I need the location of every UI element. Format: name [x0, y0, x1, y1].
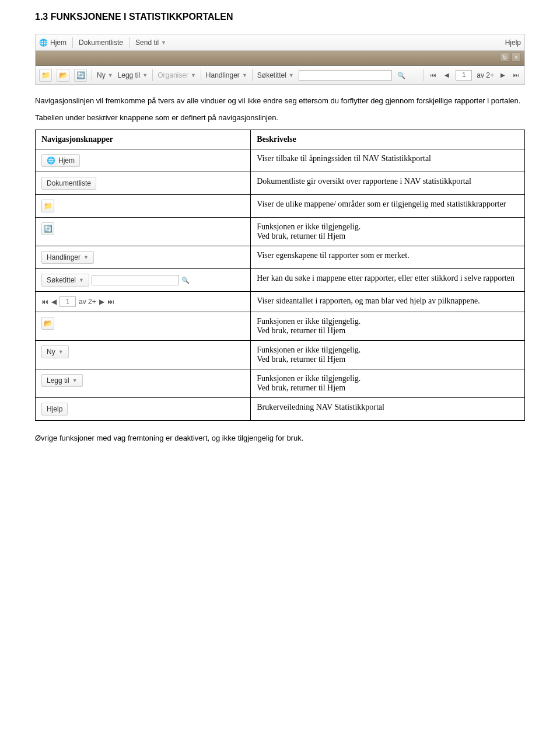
- bottom-soketittel-label: Søketittel: [257, 71, 286, 79]
- chevron-down-icon: ▼: [161, 40, 166, 46]
- nav-buttons-table: Navigasjonsknapper Beskrivelse Hjem Vise…: [35, 130, 525, 421]
- chip-legg-til[interactable]: Legg til ▼: [41, 374, 83, 387]
- folder-yellow-icon[interactable]: [39, 69, 52, 82]
- table-desc: Viser egenskapene til rapporter som er m…: [251, 246, 525, 268]
- bottom-legg-til-label: Legg til: [118, 71, 141, 79]
- bottom-organiser: Organiser ▼: [158, 71, 196, 79]
- top-hjelp-label: Hjelp: [505, 39, 521, 47]
- toolbar-bottom: Ny ▼ Legg til ▼ Organiser ▼ Handlinger ▼…: [36, 66, 524, 85]
- search-icon[interactable]: [397, 71, 406, 80]
- chevron-down-icon: ▼: [83, 254, 89, 260]
- toolbar-top: Hjem Dokumentliste Send til ▼ Hjelp: [36, 34, 524, 51]
- close-mini-icon[interactable]: ×: [512, 53, 521, 62]
- page-first-icon[interactable]: ⏮: [41, 298, 48, 306]
- chevron-down-icon: ▼: [289, 72, 294, 78]
- page-input[interactable]: 1: [60, 296, 76, 307]
- page-last-icon[interactable]: ⏭: [512, 72, 521, 78]
- top-send-til-label: Send til: [135, 39, 159, 47]
- toolbar-middle-bar: ↻ ×: [36, 51, 524, 66]
- page-next-icon[interactable]: ▶: [99, 298, 104, 306]
- page-next-icon[interactable]: ▶: [499, 72, 507, 78]
- chip-dokumentliste-label: Dokumentliste: [47, 179, 91, 187]
- section-heading: 1.3 FUNKSJONENE I STATISTIKKPORTALEN: [35, 12, 525, 22]
- top-send-til[interactable]: Send til ▼: [135, 39, 166, 47]
- chip-hjem[interactable]: Hjem: [41, 154, 80, 167]
- chip-refresh-icon[interactable]: [41, 222, 54, 235]
- bottom-ny-label: Ny: [97, 71, 106, 79]
- chip-ny[interactable]: Ny ▼: [41, 345, 69, 358]
- chip-hjem-label: Hjem: [58, 156, 75, 165]
- table-desc: Funksjonen er ikke tilgjengelig.Ved bruk…: [251, 340, 525, 369]
- chip-soketittel[interactable]: Søketittel ▼: [41, 274, 89, 287]
- chip-folder-blue-icon[interactable]: [41, 317, 54, 330]
- intro-paragraph-1: Navigasjonslinjen vil fremkomme på tvers…: [35, 96, 525, 107]
- table-header-right: Beskrivelse: [251, 130, 525, 149]
- page-last-icon[interactable]: ⏭: [107, 298, 114, 306]
- footer-paragraph: Øvrige funksjoner med vag fremtoning er …: [35, 434, 525, 442]
- search-input[interactable]: [299, 70, 392, 81]
- top-hjem[interactable]: Hjem: [39, 39, 66, 47]
- chip-legg-til-label: Legg til: [47, 376, 69, 385]
- bottom-ny[interactable]: Ny ▼: [97, 71, 113, 79]
- page-first-icon[interactable]: ⏮: [429, 72, 438, 78]
- page-total-label: av 2+: [477, 71, 494, 79]
- chip-folder-icon[interactable]: [41, 200, 54, 212]
- page-input[interactable]: 1: [456, 70, 472, 81]
- chip-handlinger-label: Handlinger: [47, 253, 80, 261]
- bottom-handlinger[interactable]: Handlinger ▼: [206, 71, 247, 79]
- table-desc: Her kan du søke i mappene etter rapporte…: [251, 268, 525, 291]
- search-icon[interactable]: [181, 275, 190, 285]
- folder-blue-icon[interactable]: [57, 69, 69, 82]
- table-header-left: Navigasjonsknapper: [36, 130, 251, 149]
- chip-pager[interactable]: ⏮ ◀ 1 av 2+ ▶ ⏭: [41, 296, 114, 307]
- globe-icon: [47, 156, 55, 165]
- chip-soketittel-label: Søketittel: [47, 276, 76, 284]
- globe-icon: [39, 39, 48, 47]
- bottom-organiser-label: Organiser: [158, 71, 188, 79]
- table-desc: Viser de ulike mappene/ områder som er t…: [251, 194, 525, 217]
- chevron-down-icon: ▼: [242, 72, 247, 78]
- top-dokumentliste[interactable]: Dokumentliste: [79, 39, 123, 47]
- top-hjem-label: Hjem: [50, 39, 66, 47]
- table-desc: Viser sideantallet i rapporten, og man b…: [251, 291, 525, 312]
- top-dokumentliste-label: Dokumentliste: [79, 39, 123, 47]
- chevron-down-icon: ▼: [58, 349, 64, 355]
- table-desc: Funksjonen er ikke tilgjengelig.Ved bruk…: [251, 312, 525, 340]
- top-hjelp[interactable]: Hjelp: [505, 39, 521, 47]
- refresh-mini-icon[interactable]: ↻: [500, 53, 509, 62]
- table-desc: Brukerveiledning NAV Statistikkportal: [251, 397, 525, 420]
- table-desc: Viser tilbake til åpningssiden til NAV S…: [251, 149, 525, 172]
- page-prev-icon[interactable]: ◀: [443, 72, 451, 78]
- table-desc: Funksjonen er ikke tilgjengelig.Ved bruk…: [251, 369, 525, 397]
- chip-hjelp-label: Hjelp: [47, 405, 62, 413]
- chevron-down-icon: ▼: [108, 72, 113, 78]
- chip-ny-label: Ny: [47, 348, 55, 356]
- chevron-down-icon: ▼: [72, 378, 78, 383]
- chip-dokumentliste[interactable]: Dokumentliste: [41, 177, 96, 190]
- chip-hjelp[interactable]: Hjelp: [41, 403, 68, 416]
- table-desc: Funksjonen er ikke tilgjengelig.Ved bruk…: [251, 217, 525, 246]
- table-desc: Dokumentliste gir oversikt over rapporte…: [251, 172, 525, 194]
- page-prev-icon[interactable]: ◀: [51, 298, 57, 306]
- bottom-legg-til[interactable]: Legg til ▼: [118, 71, 148, 79]
- bottom-soketittel[interactable]: Søketittel ▼: [257, 71, 294, 79]
- toolbar-screenshot: Hjem Dokumentliste Send til ▼ Hjelp ↻ ×: [35, 34, 525, 85]
- intro-paragraph-2: Tabellen under beskriver knappene som er…: [35, 113, 525, 124]
- bottom-handlinger-label: Handlinger: [206, 71, 240, 79]
- refresh-icon[interactable]: [74, 69, 87, 82]
- chevron-down-icon: ▼: [142, 72, 148, 78]
- page-total-label: av 2+: [79, 298, 96, 306]
- chevron-down-icon: ▼: [191, 72, 196, 78]
- chevron-down-icon: ▼: [79, 277, 84, 283]
- chip-handlinger[interactable]: Handlinger ▼: [41, 251, 94, 264]
- search-input[interactable]: [92, 275, 179, 285]
